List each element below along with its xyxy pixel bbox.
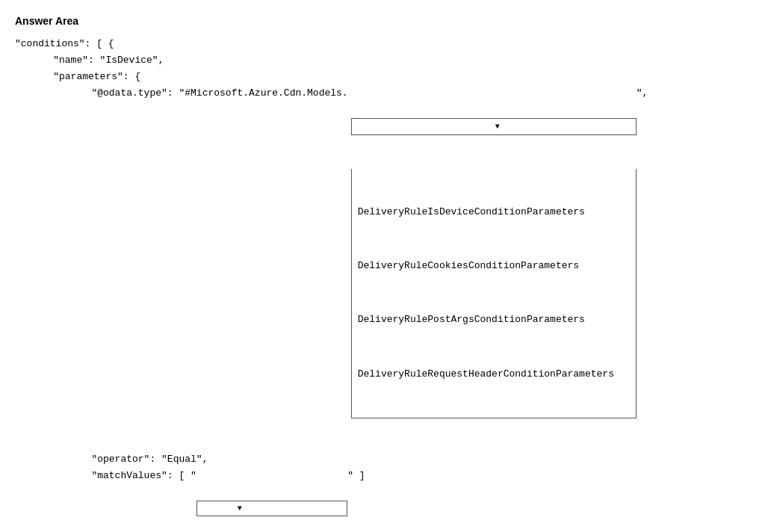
- odata-type-suffix-1: ",: [637, 85, 648, 102]
- matchvalues-suffix-1: " ]: [347, 468, 365, 484]
- code-block: "conditions": [ { "name": "IsDevice", "p…: [15, 36, 759, 532]
- line-conditions-open: "conditions": [ {: [15, 36, 759, 52]
- answer-area-label: Answer Area: [15, 15, 759, 27]
- line-operator-1: "operator": "Equal",: [15, 451, 759, 468]
- line-matchvalues-1: "matchValues": [ " ▼ iOS Mobile iPhone D…: [15, 468, 759, 532]
- type-option-isdevice-1[interactable]: DeliveryRuleIsDeviceConditionParameters: [352, 202, 636, 223]
- type-listbox-1: DeliveryRuleIsDeviceConditionParameters …: [351, 169, 637, 418]
- match-listbox-wrapper-1: ▼ iOS Mobile iPhone Desktop: [196, 468, 347, 532]
- type-option-cookies-1[interactable]: DeliveryRuleCookiesConditionParameters: [352, 256, 636, 276]
- type-select-arrow-1: ▼: [495, 120, 633, 133]
- matchvalues-prefix-1: "matchValues": [ ": [45, 468, 196, 484]
- odata-type-prefix-1: "@odata.type": "#Microsoft.Azure.Cdn.Mod…: [45, 85, 348, 102]
- type-option-postargs-1[interactable]: DeliveryRulePostArgsConditionParameters: [352, 309, 636, 330]
- line-parameters-open: "parameters": {: [15, 69, 759, 85]
- answer-area: Answer Area "conditions": [ { "name": "I…: [15, 15, 759, 532]
- type-dropdown-1-wrapper: ▼ DeliveryRuleIsDeviceConditionParameter…: [351, 85, 637, 451]
- type-option-requestheader-1[interactable]: DeliveryRuleRequestHeaderConditionParame…: [352, 364, 636, 385]
- line-name-isdevice: "name": "IsDevice",: [15, 52, 759, 69]
- match-select-arrow-1: ▼: [238, 502, 242, 515]
- line-odata-type-1: "@odata.type": "#Microsoft.Azure.Cdn.Mod…: [15, 85, 759, 451]
- type-select-box-1[interactable]: ▼: [351, 118, 637, 135]
